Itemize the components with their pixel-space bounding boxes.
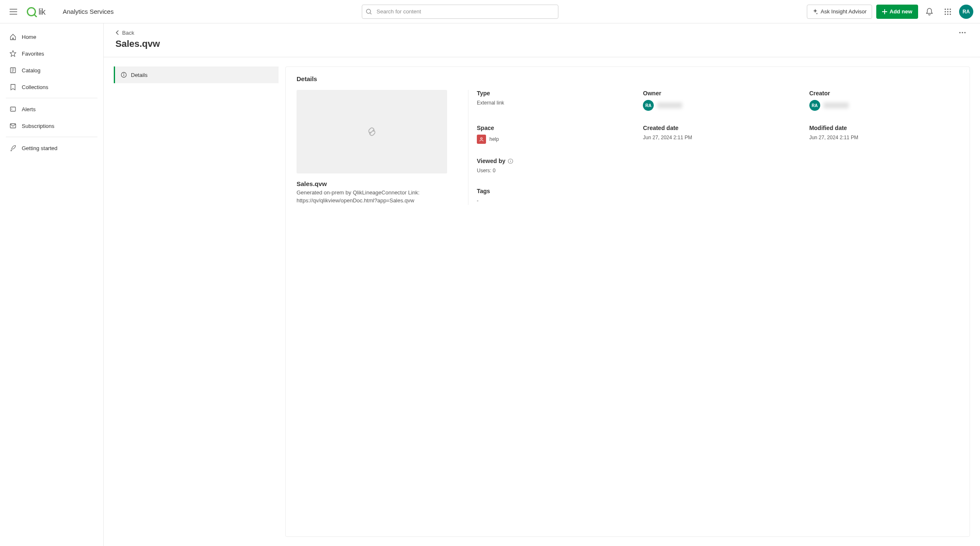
star-icon — [9, 50, 17, 57]
viewedby-label-text: Viewed by — [477, 158, 505, 164]
details-panel: Details Sales.qvw Generated on-prem by Q… — [285, 66, 970, 537]
sidebar-item-label: Favorites — [22, 51, 44, 57]
sidebar-item-label: Home — [22, 34, 36, 40]
svg-point-5 — [944, 8, 946, 10]
meta-tags: Tags - — [477, 188, 626, 205]
svg-point-19 — [962, 32, 963, 33]
svg-text:lik: lik — [38, 7, 46, 16]
nav-divider — [6, 137, 97, 137]
qlik-logo[interactable]: lik — [27, 6, 56, 17]
meta-empty2 — [809, 158, 959, 175]
back-link[interactable]: Back — [115, 30, 134, 36]
user-avatar[interactable]: RA — [959, 5, 973, 19]
sidebar-item-alerts[interactable]: Alerts — [6, 101, 97, 117]
page-title: Sales.qvw — [115, 38, 968, 49]
meta-modified: Modified date Jun 27, 2024 2:11 PM — [809, 125, 959, 145]
meta-label: Modified date — [809, 125, 959, 131]
svg-point-11 — [944, 13, 946, 15]
insight-label: Ask Insight Advisor — [821, 8, 867, 15]
meta-value: Jun 27, 2024 2:11 PM — [809, 135, 959, 140]
space-icon — [477, 135, 486, 144]
svg-point-24 — [510, 160, 511, 161]
meta-viewedby: Viewed by Users: 0 — [477, 158, 626, 175]
meta-value: Users: 0 — [477, 168, 626, 173]
app-launcher-button[interactable] — [941, 5, 955, 19]
rocket-icon — [9, 145, 17, 151]
notifications-button[interactable] — [922, 5, 937, 19]
svg-point-18 — [959, 32, 960, 33]
nav-divider — [6, 98, 97, 98]
info-icon[interactable] — [508, 158, 513, 164]
meta-creator: Creator RA — [809, 90, 959, 112]
svg-point-13 — [949, 13, 951, 15]
meta-value: RA — [809, 100, 959, 111]
owner-name-redacted — [657, 102, 682, 108]
search-wrap — [362, 5, 558, 19]
svg-point-7 — [949, 8, 951, 10]
meta-label: Tags — [477, 188, 626, 194]
back-label: Back — [122, 30, 134, 36]
meta-value: - — [477, 198, 626, 204]
sidebar-item-label: Alerts — [22, 106, 36, 112]
meta-label: Owner — [643, 90, 792, 97]
meta-label: Type — [477, 90, 626, 97]
hamburger-menu[interactable] — [7, 5, 20, 18]
search-icon — [366, 9, 372, 15]
creator-avatar: RA — [809, 100, 820, 111]
meta-label: Creator — [809, 90, 959, 97]
product-name: Analytics Services — [63, 8, 114, 15]
svg-point-12 — [947, 13, 948, 15]
sidebar-item-home[interactable]: Home — [6, 28, 97, 45]
sidebar-item-collections[interactable]: Collections — [6, 79, 97, 95]
meta-value[interactable]: help — [477, 135, 626, 144]
link-icon — [363, 123, 380, 140]
creator-name-redacted — [824, 102, 849, 108]
sidebar-item-label: Subscriptions — [22, 123, 54, 129]
hamburger-icon — [10, 9, 17, 15]
sidebar: Home Favorites Catalog Collections Alert… — [0, 23, 104, 546]
sidebar-item-subscriptions[interactable]: Subscriptions — [6, 117, 97, 134]
plus-icon — [882, 9, 887, 14]
meta-type: Type External link — [477, 90, 626, 112]
meta-space: Space help — [477, 125, 626, 145]
catalog-icon — [9, 67, 17, 74]
svg-point-3 — [366, 9, 371, 13]
sidebar-item-favorites[interactable]: Favorites — [6, 45, 97, 62]
addnew-label: Add new — [890, 8, 912, 15]
ellipsis-icon — [959, 32, 966, 33]
owner-avatar: RA — [643, 100, 654, 111]
svg-line-1 — [34, 15, 36, 17]
alerts-icon — [9, 106, 17, 112]
sparkle-icon — [812, 9, 818, 15]
svg-point-22 — [123, 73, 124, 74]
mail-icon — [9, 122, 17, 129]
meta-value: External link — [477, 100, 626, 106]
svg-point-8 — [944, 11, 946, 12]
ask-insight-advisor-button[interactable]: Ask Insight Advisor — [807, 5, 872, 19]
svg-point-16 — [11, 109, 12, 110]
item-thumbnail — [297, 90, 447, 173]
meta-label: Space — [477, 125, 626, 131]
sidebar-item-getting-started[interactable]: Getting started — [6, 140, 97, 156]
svg-rect-15 — [10, 107, 15, 111]
sidebar-item-label: Getting started — [22, 145, 57, 151]
collections-icon — [9, 84, 17, 90]
meta-created: Created date Jun 27, 2024 2:11 PM — [643, 125, 792, 145]
item-title: Sales.qvw — [297, 180, 447, 187]
meta-label: Viewed by — [477, 158, 626, 164]
metadata-grid: Type External link Owner RA Creator — [468, 90, 959, 205]
more-actions-button[interactable] — [957, 29, 968, 36]
svg-point-6 — [947, 8, 948, 10]
add-new-button[interactable]: Add new — [876, 5, 918, 19]
item-description: Generated on-prem by QlikLineageConnecto… — [297, 189, 447, 205]
info-icon — [121, 72, 127, 78]
page-header: Back Sales.qvw — [104, 23, 980, 57]
search-input[interactable] — [362, 5, 558, 19]
bell-icon — [926, 8, 933, 15]
sidebar-item-catalog[interactable]: Catalog — [6, 62, 97, 79]
chevron-left-icon — [115, 30, 120, 35]
tab-details[interactable]: Details — [114, 66, 279, 83]
item-card: Sales.qvw Generated on-prem by QlikLinea… — [297, 90, 447, 205]
meta-value: Jun 27, 2024 2:11 PM — [643, 135, 792, 140]
meta-empty1 — [643, 158, 792, 175]
